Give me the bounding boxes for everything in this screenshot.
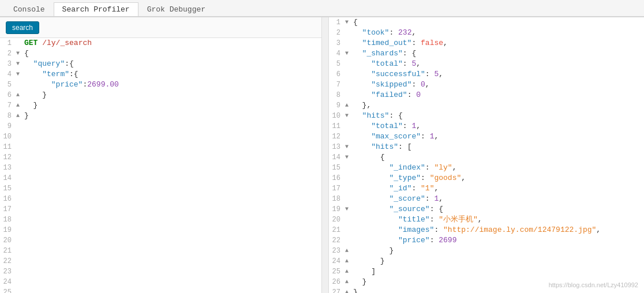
code-line-21: 21 bbox=[0, 246, 321, 256]
code-content-8: } bbox=[23, 111, 321, 121]
fold-8[interactable]: ▲ bbox=[16, 111, 23, 121]
line-num-7: 7 bbox=[0, 100, 16, 111]
code-line-4: 4 ▼ "term":{ bbox=[0, 69, 321, 80]
fold-4[interactable]: ▼ bbox=[16, 69, 23, 80]
code-line-11: 11 bbox=[0, 142, 321, 152]
r-line-5: 5 "total": 5, bbox=[329, 59, 644, 69]
r-line-19: 19 ▼ "_source": { bbox=[329, 204, 644, 215]
editor-area: search 1 GET /ly/_search 2 ▼ { 3 ▼ "quer… bbox=[0, 17, 644, 293]
left-panel: search 1 GET /ly/_search 2 ▼ { 3 ▼ "quer… bbox=[0, 17, 322, 293]
tab-grok-debugger[interactable]: Grok Debugger bbox=[138, 2, 214, 16]
fold-5 bbox=[16, 80, 23, 90]
code-line-16: 16 bbox=[0, 194, 321, 204]
code-line-9: 9 bbox=[0, 121, 321, 132]
r-line-18: 18 "_score": 1, bbox=[329, 194, 644, 204]
r-line-1: 1 ▼ { bbox=[329, 17, 644, 28]
code-content-1: GET /ly/_search bbox=[23, 38, 321, 48]
fold-1[interactable] bbox=[16, 38, 23, 48]
line-num-4: 4 bbox=[0, 69, 16, 80]
r-line-9: 9 ▲ }, bbox=[329, 100, 644, 111]
fold-2[interactable]: ▼ bbox=[16, 48, 23, 59]
code-line-5: 5 "price":2699.00 bbox=[0, 80, 321, 90]
r-line-2: 2 "took": 232, bbox=[329, 28, 644, 38]
code-line-8: 8 ▲ } bbox=[0, 111, 321, 121]
fold-6[interactable]: ▲ bbox=[16, 90, 23, 100]
r-line-16: 16 "_type": "goods", bbox=[329, 173, 644, 183]
code-line-25: 25 bbox=[0, 287, 321, 293]
r-line-15: 15 "_index": "ly", bbox=[329, 163, 644, 173]
code-line-23: 23 bbox=[0, 266, 321, 277]
line-num-8: 8 bbox=[0, 111, 16, 121]
code-line-7: 7 ▲ } bbox=[0, 100, 321, 111]
left-code-editor[interactable]: 1 GET /ly/_search 2 ▼ { 3 ▼ "query":{ 4 … bbox=[0, 38, 321, 293]
r-line-4: 4 ▼ "_shards": { bbox=[329, 48, 644, 59]
r-line-17: 17 "_id": "1", bbox=[329, 183, 644, 194]
r-line-14: 14 ▼ { bbox=[329, 152, 644, 163]
code-line-13: 13 bbox=[0, 163, 321, 173]
line-num-5: 5 bbox=[0, 80, 16, 90]
r-line-21: 21 "images": "http://image.ly.com/124791… bbox=[329, 225, 644, 235]
r-line-8: 8 "failed": 0 bbox=[329, 90, 644, 100]
code-content-6: } bbox=[23, 90, 321, 100]
code-content-4: "term":{ bbox=[23, 69, 321, 80]
code-line-19: 19 bbox=[0, 225, 321, 235]
right-gutter: ⋮ bbox=[322, 17, 329, 293]
code-content-3: "query":{ bbox=[23, 59, 321, 69]
code-line-1: 1 GET /ly/_search bbox=[0, 38, 321, 48]
r-line-12: 12 "max_score": 1, bbox=[329, 132, 644, 142]
r-line-25: 25 ▲ ] bbox=[329, 266, 644, 277]
code-content-7: } bbox=[23, 100, 321, 111]
r-line-22: 22 "price": 2699 bbox=[329, 235, 644, 246]
r-line-24: 24 ▲ } bbox=[329, 256, 644, 266]
code-line-6: 6 ▲ } bbox=[0, 90, 321, 100]
tab-console[interactable]: Console bbox=[5, 2, 54, 16]
r-line-11: 11 "total": 1, bbox=[329, 121, 644, 132]
line-num-1: 1 bbox=[0, 38, 16, 48]
line-num-2: 2 bbox=[0, 48, 16, 59]
code-content-2: { bbox=[23, 48, 321, 59]
code-line-3: 3 ▼ "query":{ bbox=[0, 59, 321, 69]
tab-search-profiler[interactable]: Search Profiler bbox=[54, 2, 138, 16]
r-line-10: 10 ▼ "hits": { bbox=[329, 111, 644, 121]
r-line-7: 7 "skipped": 0, bbox=[329, 80, 644, 90]
right-code-editor[interactable]: 1 ▼ { 2 "took": 232, 3 "timed_out": fals… bbox=[329, 17, 644, 293]
fold-7[interactable]: ▲ bbox=[16, 100, 23, 111]
fold-3[interactable]: ▼ bbox=[16, 59, 23, 69]
r-line-6: 6 "successful": 5, bbox=[329, 69, 644, 80]
code-line-12: 12 bbox=[0, 152, 321, 163]
r-line-20: 20 "title": "小米手机", bbox=[329, 215, 644, 225]
code-line-10: 10 bbox=[0, 132, 321, 142]
tab-bar: Console Search Profiler Grok Debugger bbox=[0, 0, 644, 17]
line-num-6: 6 bbox=[0, 90, 16, 100]
line-num-3: 3 bbox=[0, 59, 16, 69]
code-line-20: 20 bbox=[0, 235, 321, 246]
search-button[interactable]: search bbox=[6, 21, 39, 34]
code-content-5: "price":2699.00 bbox=[23, 80, 321, 90]
code-line-24: 24 bbox=[0, 277, 321, 287]
r-line-23: 23 ▲ } bbox=[329, 246, 644, 256]
code-line-18: 18 bbox=[0, 215, 321, 225]
r-line-3: 3 "timed_out": false, bbox=[329, 38, 644, 48]
toolbar: search bbox=[0, 17, 321, 38]
watermark: https://blog.csdn.net/Lzy410992 bbox=[549, 281, 638, 288]
right-panel: ⋮ 1 ▼ { 2 "took": 232, 3 "timed_out": fa… bbox=[322, 17, 644, 293]
code-line-15: 15 bbox=[0, 183, 321, 194]
code-line-22: 22 bbox=[0, 256, 321, 266]
r-line-13: 13 ▼ "hits": [ bbox=[329, 142, 644, 152]
code-line-2: 2 ▼ { bbox=[0, 48, 321, 59]
code-line-17: 17 bbox=[0, 204, 321, 215]
code-line-14: 14 bbox=[0, 173, 321, 183]
